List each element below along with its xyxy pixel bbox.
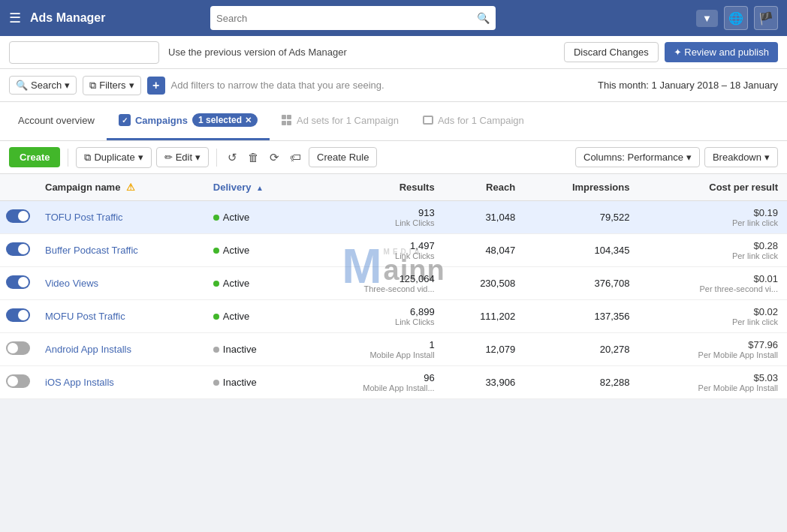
top-nav: ☰ Ads Manager 🔍 ▼ 🌐 🏴 — [0, 0, 787, 36]
campaign-toggle[interactable] — [6, 341, 30, 355]
campaign-toggle[interactable] — [6, 275, 30, 289]
version-input[interactable] — [9, 41, 159, 64]
tab-ads-label: Ads for 1 Campaign — [438, 115, 524, 126]
campaign-name-link[interactable]: Android App Installs — [45, 344, 131, 355]
discard-changes-btn[interactable]: Discard Changes — [564, 42, 659, 62]
impressions-cell: 376,708 — [524, 267, 638, 300]
impressions-value: 79,522 — [600, 212, 630, 223]
col-results[interactable]: Results — [308, 174, 444, 201]
cost-cell: $0.19 Per link click — [638, 201, 787, 234]
cost-sub: Per link click — [647, 251, 778, 260]
col-cost[interactable]: Cost per result — [638, 174, 787, 201]
table-row[interactable]: Video Views Active 125,064 Three-second … — [0, 267, 787, 300]
campaign-name-link[interactable]: iOS App Installs — [45, 377, 114, 388]
results-sub: Mobile App Install... — [317, 383, 435, 392]
delete-btn[interactable]: 🗑 — [245, 148, 262, 167]
col-toggle — [0, 174, 36, 201]
impressions-cell: 104,345 — [524, 234, 638, 267]
cost-cell: $5.03 Per Mobile App Install — [638, 366, 787, 399]
filters-btn[interactable]: ⧉ Filters ▾ — [83, 76, 140, 95]
delivery-cell: Inactive — [204, 333, 308, 366]
delivery-cell: Active — [204, 267, 308, 300]
create-btn[interactable]: Create — [9, 147, 60, 167]
col-campaign-name[interactable]: Campaign name ⚠ — [36, 174, 204, 201]
results-cell: 96 Mobile App Install... — [308, 366, 444, 399]
campaign-name-link[interactable]: TOFU Post Traffic — [45, 212, 123, 223]
search-filter-btn[interactable]: 🔍 Search ▾ — [9, 76, 77, 95]
impressions-value: 20,278 — [600, 344, 630, 355]
search-submit-btn[interactable]: 🔍 — [477, 12, 490, 24]
version-bar: Use the previous version of Ads Manager … — [0, 36, 787, 69]
tab-account-overview[interactable]: Account overview — [6, 102, 107, 140]
hamburger-icon[interactable]: ☰ — [9, 10, 21, 26]
search-input[interactable] — [216, 13, 477, 24]
table-row[interactable]: MOFU Post Traffic Active 6,899 Link Clic… — [0, 300, 787, 333]
nav-dropdown-btn[interactable]: ▼ — [696, 10, 718, 27]
status-dot — [213, 248, 219, 254]
delivery-status: Active — [213, 212, 299, 223]
status-dot — [213, 314, 219, 320]
columns-chevron-icon: ▾ — [686, 152, 692, 163]
campaign-name-cell: Video Views — [36, 267, 204, 300]
toggle-cell — [0, 234, 36, 267]
table-row[interactable]: Android App Installs Inactive 1 Mobile A… — [0, 333, 787, 366]
results-sub: Three-second vid... — [317, 284, 435, 293]
tab-ad-sets[interactable]: Ad sets for 1 Campaign — [270, 102, 411, 140]
tab-ads[interactable]: Ads for 1 Campaign — [411, 102, 536, 140]
breakdown-btn[interactable]: Breakdown ▾ — [704, 147, 778, 167]
table-row[interactable]: Buffer Podcast Traffic Active 1,497 Link… — [0, 234, 787, 267]
col-impressions[interactable]: Impressions — [524, 174, 638, 201]
deselect-campaigns-btn[interactable]: ✕ — [245, 116, 252, 125]
campaign-toggle[interactable] — [6, 308, 30, 322]
campaign-name-cell: Buffer Podcast Traffic — [36, 234, 204, 267]
edit-btn[interactable]: ✏ Edit ▾ — [156, 147, 209, 167]
cost-cell: $0.02 Per link click — [638, 300, 787, 333]
toolbar-right: Columns: Performance ▾ Breakdown ▾ — [575, 147, 778, 167]
flag-icon[interactable]: 🏴 — [754, 6, 778, 30]
results-value: 1 — [317, 339, 435, 350]
review-publish-btn[interactable]: ✦ Review and publish — [665, 42, 778, 62]
campaign-name-link[interactable]: MOFU Post Traffic — [45, 311, 125, 322]
undo-btn[interactable]: ↺ — [225, 148, 240, 167]
globe-icon[interactable]: 🌐 — [724, 6, 748, 30]
add-filter-btn[interactable]: + — [147, 77, 165, 95]
reach-cell: 12,079 — [444, 333, 525, 366]
create-rule-btn[interactable]: Create Rule — [309, 147, 377, 167]
refresh-btn[interactable]: ⟳ — [267, 148, 282, 167]
campaign-toggle[interactable] — [6, 209, 30, 223]
date-range: This month: 1 January 2018 – 18 January — [598, 80, 778, 91]
filters-chevron-icon: ▾ — [129, 80, 134, 91]
columns-label: Columns: Performance — [583, 152, 683, 163]
duplicate-btn[interactable]: ⧉ Duplicate ▾ — [76, 147, 151, 168]
results-value: 1,497 — [317, 240, 435, 251]
delivery-status: Inactive — [213, 377, 299, 388]
cost-value: $0.01 — [647, 273, 778, 284]
tab-account-overview-label: Account overview — [18, 115, 95, 126]
campaign-toggle[interactable] — [6, 242, 30, 256]
tab-ad-sets-label: Ad sets for 1 Campaign — [297, 115, 399, 126]
reach-cell: 230,508 — [444, 267, 525, 300]
table-row[interactable]: TOFU Post Traffic Active 913 Link Clicks… — [0, 201, 787, 234]
delivery-label: Active — [223, 311, 249, 322]
campaign-name-link[interactable]: Video Views — [45, 278, 98, 289]
delivery-label: Inactive — [223, 377, 257, 388]
campaign-name-link[interactable]: Buffer Podcast Traffic — [45, 245, 138, 256]
campaign-toggle[interactable] — [6, 374, 30, 388]
tag-btn[interactable]: 🏷 — [287, 148, 304, 167]
filter-hint: Add filters to narrow the data that you … — [171, 80, 384, 91]
edit-chevron-icon: ▾ — [195, 152, 201, 163]
cost-value: $0.02 — [647, 306, 778, 317]
impressions-cell: 137,356 — [524, 300, 638, 333]
cost-value: $0.19 — [647, 207, 778, 218]
campaign-name-cell: TOFU Post Traffic — [36, 201, 204, 234]
global-search: 🔍 — [210, 6, 496, 30]
col-delivery[interactable]: Delivery ▲ — [204, 174, 308, 201]
table-row[interactable]: iOS App Installs Inactive 96 Mobile App … — [0, 366, 787, 399]
tab-campaigns[interactable]: ✓ Campaigns 1 selected ✕ — [107, 102, 270, 140]
toolbar-separator-1 — [68, 149, 68, 167]
reach-value: 12,079 — [485, 344, 515, 355]
columns-btn[interactable]: Columns: Performance ▾ — [575, 147, 700, 167]
col-reach[interactable]: Reach — [444, 174, 525, 201]
results-value: 6,899 — [317, 306, 435, 317]
search-filter-label: Search — [31, 80, 62, 91]
